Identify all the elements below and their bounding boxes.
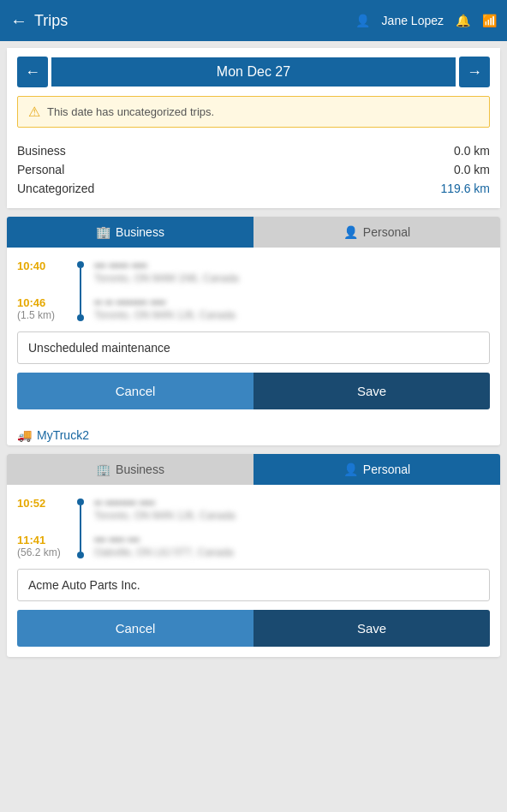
time-start-1: 10:40: [17, 260, 45, 272]
dot-bottom-1: [77, 314, 84, 321]
addr-sub-end-1: Toronto, ON M4N 1J6, Canada: [94, 309, 490, 321]
back-button[interactable]: ←: [10, 11, 27, 31]
personal-tab-icon-2: 👤: [343, 463, 358, 476]
cancel-button-2[interactable]: Cancel: [17, 610, 254, 647]
addr-sub-end-2: Oakville, ON L6J 5T7, Canada: [94, 546, 490, 558]
stat-row-personal: Personal 0.0 km: [17, 160, 490, 179]
cancel-button-1[interactable]: Cancel: [17, 373, 254, 409]
dot-top-1: [77, 261, 84, 268]
addr-main-start-2: •• •••••••• ••••: [94, 497, 490, 510]
save-button-2[interactable]: Save: [254, 610, 490, 647]
addr-block-start-2: •• •••••••• •••• Toronto, ON M4N 1J6, Ca…: [94, 497, 490, 522]
trip-detail-2: 10:52 11:41 (56.2 km) •• •••••••• •••• T…: [7, 485, 500, 657]
timeline-line-2: [77, 497, 84, 558]
wifi-icon: 📶: [482, 14, 497, 27]
trip-timeline-1: 10:40 10:46 (1.5 km) ••• ••••• •••• Toro…: [17, 260, 490, 321]
timeline-addresses-1: ••• ••••• •••• Toronto, ON M4M 1N6, Cana…: [94, 260, 490, 321]
vehicle-name-1: MyTruck2: [37, 428, 89, 442]
date-nav: ← Mon Dec 27 →: [7, 48, 500, 96]
trip-label-input-1[interactable]: [17, 331, 490, 364]
addr-sub-start-2: Toronto, ON M4N 1J6, Canada: [94, 510, 490, 522]
tab-personal-2[interactable]: 👤 Personal: [254, 454, 500, 485]
warning-icon: ⚠: [28, 104, 40, 120]
user-icon: 👤: [355, 14, 370, 27]
top-bar-right: 👤 Jane Lopez 🔔 📶: [355, 14, 497, 27]
dot-bottom-2: [77, 552, 84, 558]
addr-sub-start-1: Toronto, ON M4M 1N6, Canada: [94, 272, 490, 284]
vert-line-1: [80, 268, 81, 314]
addr-block-end-2: ••• •••• ••• Oakville, ON L6J 5T7, Canad…: [94, 534, 490, 558]
timeline-times-1: 10:40 10:46 (1.5 km): [17, 260, 67, 321]
addr-main-end-1: •• •• •••••••• ••••: [94, 296, 490, 309]
personal-tab-icon-1: 👤: [343, 225, 358, 239]
stats-section: Business 0.0 km Personal 0.0 km Uncatego…: [7, 134, 500, 208]
time-dist-2: (56.2 km): [17, 546, 61, 558]
addr-block-end-1: •• •• •••••••• •••• Toronto, ON M4N 1J6,…: [94, 296, 490, 321]
user-name: Jane Lopez: [382, 14, 444, 27]
btn-row-1: Cancel Save: [17, 373, 490, 409]
personal-label: Personal: [17, 163, 64, 176]
time-end-1: 10:46: [17, 296, 45, 309]
time-start-2: 10:52: [17, 497, 45, 510]
prev-date-button[interactable]: ←: [17, 57, 48, 87]
vehicle-row-1: 🚚 MyTruck2: [7, 420, 500, 445]
tab-business-1[interactable]: 🏢 Business: [7, 217, 254, 248]
trip-detail-1: 10:40 10:46 (1.5 km) ••• ••••• •••• Toro…: [7, 248, 500, 420]
truck-icon-1: 🚚: [17, 428, 32, 442]
time-end-2: 11:41: [17, 534, 45, 546]
warning-banner: ⚠ This date has uncategorized trips.: [17, 96, 490, 128]
vert-line-2: [80, 505, 81, 552]
time-dist-1: (1.5 km): [17, 309, 55, 321]
next-date-button[interactable]: →: [459, 57, 490, 87]
top-bar: ← Trips 👤 Jane Lopez 🔔 📶: [0, 0, 507, 41]
tab-business-2[interactable]: 🏢 Business: [7, 454, 254, 485]
business-value: 0.0 km: [454, 144, 490, 158]
page-title: Trips: [34, 12, 68, 30]
addr-block-start-1: ••• ••••• •••• Toronto, ON M4M 1N6, Cana…: [94, 260, 490, 284]
top-bar-left: ← Trips: [10, 11, 68, 31]
timeline-times-2: 10:52 11:41 (56.2 km): [17, 497, 67, 558]
timeline-addresses-2: •• •••••••• •••• Toronto, ON M4N 1J6, Ca…: [94, 497, 490, 558]
tab-row-2: 🏢 Business 👤 Personal: [7, 454, 500, 485]
save-button-1[interactable]: Save: [254, 373, 490, 409]
business-label: Business: [17, 144, 66, 158]
trip-label-input-2[interactable]: [17, 569, 490, 601]
tab-personal-1[interactable]: 👤 Personal: [254, 217, 500, 248]
trip-card-1: 🏢 Business 👤 Personal 10:40 10:46 (1.5 k…: [7, 217, 500, 445]
uncategorized-value: 119.6 km: [440, 182, 490, 195]
addr-main-start-1: ••• ••••• ••••: [94, 260, 490, 272]
trip-timeline-2: 10:52 11:41 (56.2 km) •• •••••••• •••• T…: [17, 497, 490, 558]
dot-top-2: [77, 499, 84, 505]
uncategorized-label: Uncategorized: [17, 182, 94, 195]
business-tab-icon-2: 🏢: [96, 463, 110, 476]
warning-text: This date has uncategorized trips.: [47, 105, 214, 118]
personal-value: 0.0 km: [454, 163, 490, 176]
stat-row-business: Business 0.0 km: [17, 141, 490, 160]
timeline-line-1: [77, 260, 84, 321]
btn-row-2: Cancel Save: [17, 610, 490, 647]
business-tab-icon-1: 🏢: [96, 225, 110, 239]
bell-icon[interactable]: 🔔: [456, 14, 470, 27]
current-date: Mon Dec 27: [51, 57, 456, 87]
addr-main-end-2: ••• •••• •••: [94, 534, 490, 546]
stat-row-uncategorized: Uncategorized 119.6 km: [17, 179, 490, 198]
trip-card-2: 🏢 Business 👤 Personal 10:52 11:41 (56.2 …: [7, 454, 500, 657]
tab-row-1: 🏢 Business 👤 Personal: [7, 217, 500, 248]
